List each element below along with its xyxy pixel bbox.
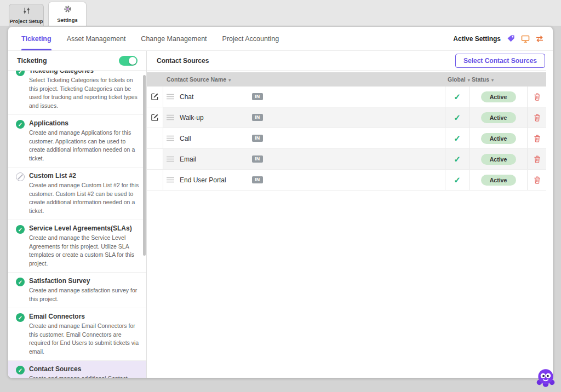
nav-tab-ticketing[interactable]: Ticketing (21, 27, 51, 50)
column-header-global[interactable]: Global (448, 76, 470, 83)
status-badge: Active (481, 154, 516, 165)
sidebar-item[interactable]: ✓ Service Level Agreements(SLAs) Create … (8, 220, 146, 273)
region-badge: IN (252, 155, 263, 163)
column-header-status[interactable]: Status (472, 76, 494, 83)
ticketing-sidebar: Ticketing ✓ Ticketing Categories Select … (8, 51, 147, 378)
swap-arrows-icon[interactable] (535, 35, 544, 43)
panel-title: Contact Sources (157, 57, 209, 65)
status-badge: Active (481, 133, 516, 144)
sidebar-item-description: Create and manage additional Contact Sou… (29, 374, 140, 378)
mascot-help-button[interactable] (534, 366, 557, 389)
drag-handle-icon[interactable] (167, 177, 174, 183)
region-badge: IN (252, 114, 263, 121)
delete-icon[interactable] (534, 93, 541, 101)
sidebar-item-description: Create and manage satisfaction survey fo… (29, 286, 140, 303)
tab-project-setup-label: Project Setup (9, 18, 43, 24)
table-header: Contact Source Name Global Status (147, 72, 546, 87)
edit-icon[interactable] (151, 113, 159, 122)
contact-source-name: End User Portal (180, 176, 247, 184)
column-header-name[interactable]: Contact Source Name (167, 76, 231, 83)
item-status-icon: ✓ (16, 120, 25, 129)
drag-handle-icon[interactable] (167, 114, 174, 120)
tab-project-setup[interactable]: Project Setup (9, 4, 44, 26)
delete-icon[interactable] (534, 114, 541, 122)
region-badge: IN (252, 135, 263, 142)
sidebar-item-title: Custom List #2 (29, 172, 140, 180)
drag-handle-icon[interactable] (167, 94, 174, 100)
tab-settings[interactable]: Settings (48, 2, 87, 26)
sidebar-item[interactable]: ✓ Ticketing Categories Select Ticketing … (8, 71, 146, 115)
table-body: Chat IN ✓ Active (147, 87, 546, 191)
region-badge: IN (252, 93, 263, 100)
nav-tab-change-management[interactable]: Change Management (141, 27, 207, 50)
global-check-icon: ✓ (454, 134, 461, 143)
sidebar-list: ✓ Ticketing Categories Select Ticketing … (8, 71, 146, 378)
ticketing-toggle[interactable] (119, 56, 138, 66)
settings-nav: Ticketing Asset Management Change Manage… (8, 27, 553, 51)
contact-source-name: Call (180, 135, 247, 142)
window-topbar: Project Setup Settings (0, 0, 561, 26)
nav-tab-project-accounting[interactable]: Project Accounting (222, 27, 279, 50)
sidebar-item[interactable]: ✓ Applications Create and manage Applica… (8, 115, 146, 168)
tickets-icon[interactable] (506, 34, 516, 43)
sidebar-item-title: Contact Sources (29, 365, 140, 373)
tab-settings-label: Settings (57, 17, 77, 23)
drag-handle-icon[interactable] (167, 135, 174, 141)
sidebar-item-description: Create and manage Applications for this … (29, 129, 140, 163)
contact-source-name: Chat (180, 93, 247, 101)
table-row: Call IN ✓ Active (147, 128, 546, 149)
settings-panel: Ticketing Asset Management Change Manage… (8, 26, 553, 378)
global-check-icon: ✓ (454, 175, 461, 185)
delete-icon[interactable] (534, 176, 541, 184)
global-check-icon: ✓ (454, 113, 461, 123)
active-settings-label: Active Settings (453, 35, 501, 43)
sidebar-item-title: Satisfaction Survey (29, 277, 140, 285)
sidebar-header: Ticketing (8, 51, 146, 71)
global-check-icon: ✓ (454, 154, 461, 164)
monitor-icon[interactable] (521, 35, 530, 43)
drag-handle-icon[interactable] (167, 156, 174, 162)
sidebar-scrollbar[interactable] (143, 75, 146, 256)
sidebar-item-description: Create and manage Email Connectors for t… (29, 322, 140, 356)
global-check-icon: ✓ (454, 92, 461, 102)
sidebar-item-title: Ticketing Categories (29, 71, 140, 74)
table-row: Walk-up IN ✓ Active (147, 107, 546, 128)
sidebar-item-description: Create and manage Custom List #2 for thi… (29, 181, 140, 215)
item-status-icon (16, 172, 25, 181)
item-status-icon: ✓ (16, 278, 25, 286)
table-row: Email IN ✓ Active (147, 149, 546, 170)
gear-icon (64, 5, 72, 15)
sidebar-item[interactable]: ✓ Contact Sources Create and manage addi… (8, 361, 146, 378)
sidebar-item[interactable]: Custom List #2 Create and manage Custom … (8, 168, 146, 220)
status-badge: Active (481, 112, 516, 123)
item-status-icon: ✓ (16, 313, 25, 322)
select-contact-sources-button[interactable]: Select Contact Sources (455, 54, 545, 68)
delete-icon[interactable] (534, 155, 541, 163)
contact-sources-panel: Contact Sources Select Contact Sources C… (147, 51, 553, 378)
sidebar-item[interactable]: ✓ Satisfaction Survey Create and manage … (8, 273, 146, 308)
sidebar-item[interactable]: ✓ Email Connectors Create and manage Ema… (8, 308, 146, 361)
sidebar-item-title: Email Connectors (29, 313, 140, 320)
sidebar-item-title: Applications (29, 119, 140, 127)
table-row: Chat IN ✓ Active (147, 87, 546, 107)
panel-header: Contact Sources Select Contact Sources (147, 51, 546, 71)
sidebar-item-description: Select Ticketing Categories for tickets … (29, 76, 140, 110)
item-status-icon: ✓ (16, 366, 25, 374)
region-badge: IN (252, 176, 263, 183)
contact-source-name: Email (180, 155, 247, 163)
contact-sources-table: Contact Source Name Global Status (147, 72, 546, 191)
sidebar-item-description: Create and manage the Service Level Agre… (29, 234, 140, 268)
nav-tab-asset-management[interactable]: Asset Management (67, 27, 126, 50)
contact-source-name: Walk-up (180, 114, 247, 122)
item-status-icon: ✓ (16, 71, 25, 76)
item-status-icon: ✓ (16, 225, 25, 234)
edit-icon[interactable] (151, 93, 159, 101)
status-badge: Active (481, 175, 516, 186)
window-tabs: Project Setup Settings (9, 2, 87, 26)
table-row: End User Portal IN ✓ Active (147, 170, 546, 191)
sidebar-title: Ticketing (17, 57, 47, 65)
status-badge: Active (481, 91, 516, 102)
delete-icon[interactable] (534, 135, 541, 142)
sliders-icon (23, 7, 30, 16)
sidebar-item-title: Service Level Agreements(SLAs) (29, 224, 140, 232)
